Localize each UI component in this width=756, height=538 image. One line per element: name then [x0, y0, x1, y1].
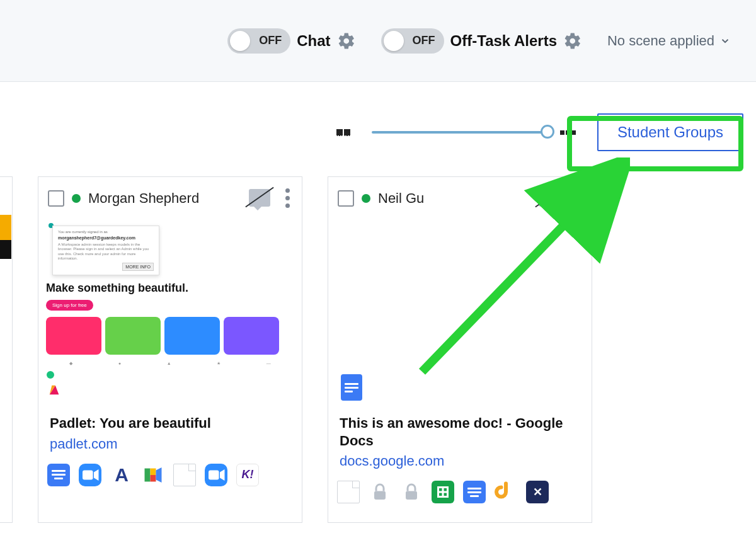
offtask-toggle-group: OFF Off-Task Alerts [381, 28, 582, 54]
svg-rect-8 [209, 470, 219, 479]
chat-toggle-group: OFF Chat [227, 28, 355, 54]
gear-icon[interactable] [563, 31, 582, 50]
svg-rect-11 [406, 491, 417, 500]
tab-blank-icon[interactable] [337, 481, 360, 503]
student-name: Morgan Shepherd [88, 190, 241, 207]
svg-marker-3 [94, 469, 99, 481]
chat-toggle-state: OFF [259, 34, 282, 47]
grid-small-icon[interactable] [559, 130, 586, 135]
slider-thumb[interactable] [541, 125, 554, 139]
card-header: Morgan Shepherd [38, 177, 302, 219]
open-tabs-row: A K! [38, 461, 302, 494]
svg-rect-2 [83, 470, 93, 479]
select-student-checkbox[interactable] [48, 190, 64, 207]
slider-track [372, 131, 548, 134]
tab-blank-icon[interactable] [173, 464, 196, 486]
tab-close-icon[interactable]: ✕ [526, 481, 549, 503]
tab-a-icon[interactable]: A [110, 464, 133, 486]
chat-label: Chat [297, 32, 330, 50]
origami-icon [47, 383, 61, 397]
scene-label: No scene applied [607, 33, 714, 49]
svg-rect-5 [151, 468, 156, 475]
select-student-checkbox[interactable] [338, 190, 354, 207]
svg-rect-10 [374, 491, 386, 500]
student-screen-preview[interactable]: You are currently signed in as morganshe… [43, 219, 297, 408]
tab-meet-icon[interactable] [142, 464, 164, 486]
top-toolbar: OFF Chat OFF Off-Task Alerts No scene ap… [0, 0, 756, 82]
chat-disabled-icon[interactable] [539, 189, 560, 208]
grid-large-icon[interactable] [336, 129, 360, 136]
student-card-partial [0, 176, 13, 523]
student-card: Morgan Shepherd You are currently signed… [38, 176, 302, 523]
tab-jamboard-icon[interactable] [495, 481, 517, 503]
student-groups-button[interactable]: Student Groups [597, 113, 743, 151]
student-name: Neil Gu [378, 190, 531, 207]
tab-zoom-icon[interactable] [205, 464, 227, 486]
gear-icon[interactable] [337, 31, 356, 50]
chat-toggle[interactable]: OFF [227, 28, 290, 54]
offtask-toggle[interactable]: OFF [381, 28, 444, 54]
tab-lock-icon[interactable] [400, 481, 423, 503]
svg-marker-7 [156, 467, 162, 483]
tab-sheets-icon[interactable] [432, 481, 454, 503]
svg-rect-6 [151, 475, 156, 482]
card-size-slider[interactable] [372, 126, 548, 139]
toggle-knob [230, 31, 250, 51]
svg-rect-4 [145, 468, 151, 481]
student-card: Neil Gu This is an awesome doc! - Google… [328, 176, 592, 523]
status-online-icon [362, 194, 370, 203]
more-menu-icon[interactable] [283, 188, 292, 208]
scene-dropdown[interactable]: No scene applied [607, 33, 731, 49]
active-tab-url[interactable]: docs.google.com [328, 449, 592, 478]
active-tab-url[interactable]: padlet.com [38, 432, 302, 461]
more-menu-icon[interactable] [573, 188, 582, 208]
offtask-toggle-state: OFF [413, 34, 435, 47]
card-header: Neil Gu [328, 177, 592, 219]
open-tabs-row: ✕ [328, 478, 592, 511]
active-tab-title: Padlet: You are beautiful [38, 408, 302, 432]
tab-zoom-icon[interactable] [79, 464, 101, 486]
docs-favicon-icon [341, 374, 362, 401]
chat-disabled-icon[interactable] [249, 189, 270, 208]
tab-docs-icon[interactable] [47, 464, 70, 486]
toggle-knob [384, 31, 404, 51]
student-cards: Morgan Shepherd You are currently signed… [0, 176, 756, 523]
screenshot-headline: Make something beautiful. [46, 282, 294, 295]
tab-lock-icon[interactable] [369, 481, 391, 503]
student-screen-preview[interactable] [333, 219, 587, 408]
tab-kahoot-icon[interactable]: K! [236, 464, 259, 486]
svg-marker-9 [220, 469, 225, 481]
offtask-label: Off-Task Alerts [450, 32, 557, 50]
status-online-icon [72, 194, 81, 203]
active-tab-title: This is an awesome doc! - Google Docs [328, 408, 592, 449]
chevron-down-icon [719, 35, 731, 47]
view-controls: Student Groups [0, 82, 756, 170]
screenshot-cta: Sign up for free [46, 300, 93, 311]
tab-docs-icon[interactable] [463, 481, 486, 503]
